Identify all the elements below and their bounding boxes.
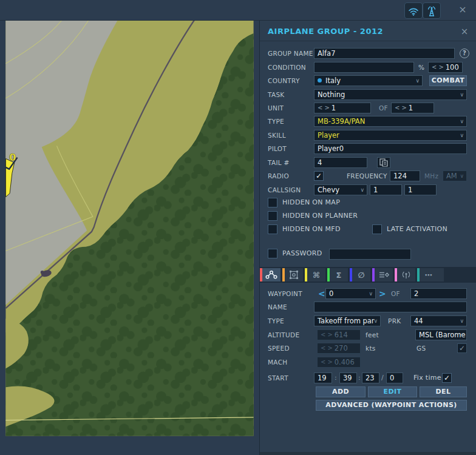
command-icon: ⌘	[307, 268, 325, 281]
start-hours-input[interactable]: 19	[314, 372, 332, 383]
hidden-on-mfd-checkbox[interactable]	[268, 224, 277, 234]
paste-button[interactable]	[377, 157, 390, 168]
group-name-input[interactable]: Alfa7	[314, 48, 455, 59]
hidden-on-planner-checkbox[interactable]	[268, 211, 277, 221]
prk-label: PRK	[388, 315, 401, 326]
help-icon[interactable]: ?	[460, 49, 469, 58]
altitude-value: 614	[335, 330, 348, 340]
callsign-num2-input[interactable]: 1	[404, 184, 437, 195]
waypoint-next-icon[interactable]: >	[379, 288, 386, 299]
unit-of-label: OF	[379, 103, 388, 113]
tab-failures[interactable]: ∅	[350, 268, 370, 281]
modulation-value: AM	[446, 172, 457, 180]
tab-route[interactable]	[260, 268, 280, 281]
mach-value: 0.406	[335, 357, 355, 367]
tail-number-input[interactable]: 4	[314, 157, 367, 168]
spin-left-icon[interactable]: <	[318, 103, 322, 113]
hidden-on-planner-label: HIDDEN ON PLANNER	[282, 211, 358, 221]
altitude-ref-select[interactable]: MSL (Barome ∨	[415, 329, 467, 340]
time-separator: :	[358, 372, 361, 383]
radio-tower-icon	[426, 5, 438, 16]
condition-input[interactable]	[314, 62, 414, 73]
panel-close-icon[interactable]: ×	[459, 26, 470, 37]
payload-icon	[375, 268, 393, 281]
chevron-down-icon: ∨	[460, 130, 464, 140]
spin-left-icon: <	[321, 330, 325, 340]
type-select[interactable]: MB-339A/PAN ∨	[314, 116, 467, 127]
radio-checkbox[interactable]: ✓	[314, 171, 324, 181]
waypoint-select[interactable]: 0 ∨	[325, 288, 376, 299]
tab-actions[interactable]: ⌘	[305, 268, 325, 281]
start-label: START	[268, 372, 288, 383]
add-button[interactable]: ADD	[316, 386, 365, 397]
advanced-waypoint-actions-button[interactable]: ADVANCED (WAYPOINT ACTIONS)	[316, 400, 467, 411]
skill-select[interactable]: Player ∨	[314, 130, 467, 141]
start-day-input[interactable]: 0	[386, 372, 403, 383]
edit-button[interactable]: EDIT	[368, 386, 417, 397]
password-input[interactable]	[329, 249, 411, 260]
gs-checkbox[interactable]: ✓	[457, 343, 467, 353]
percent-label: %	[418, 62, 424, 73]
spin-left-icon[interactable]: <	[395, 103, 399, 113]
tab-sum[interactable]: Σ	[327, 268, 348, 281]
divider	[260, 41, 476, 41]
late-activation-label: LATE ACTIVATION	[387, 224, 447, 234]
unit-total-spinner[interactable]: < > 1	[391, 103, 434, 113]
panel-title: AIRPLANE GROUP - 2012	[268, 27, 383, 36]
sigma-icon: Σ	[330, 268, 348, 281]
radio-tower-button[interactable]	[423, 2, 441, 19]
chevron-down-icon: ∨	[360, 185, 364, 195]
modulation-select[interactable]: AM ∨	[443, 170, 467, 181]
start-seconds-input[interactable]: 23	[362, 372, 379, 383]
route-icon	[262, 268, 280, 281]
tab-more[interactable]: ⋯	[417, 268, 444, 281]
waypoint-label: WAYPOINT	[268, 288, 302, 299]
hidden-on-map-checkbox[interactable]	[268, 198, 277, 207]
hidden-on-mfd-label: HIDDEN ON MFD	[282, 224, 341, 234]
chevron-down-icon: ∨	[460, 330, 464, 340]
del-button[interactable]: DEL	[420, 386, 467, 397]
map-view[interactable]: 0	[0, 20, 259, 455]
top-bar: ×	[0, 0, 476, 21]
frequency-input[interactable]: 124	[390, 170, 420, 181]
combat-button[interactable]: COMBAT	[429, 75, 467, 86]
mach-spinner: < > 0.406	[317, 357, 361, 368]
altitude-label: ALTITUDE	[268, 329, 299, 340]
map-canvas: 0	[0, 20, 259, 455]
wp-type-select[interactable]: Takeoff from par ∨	[314, 315, 381, 326]
marquee-icon	[285, 268, 303, 281]
window-close-icon[interactable]: ×	[457, 3, 469, 16]
password-checkbox[interactable]	[268, 249, 277, 258]
callsign-select[interactable]: Chevy ∨	[314, 184, 367, 195]
prk-select[interactable]: 44 ∨	[410, 315, 467, 326]
spin-right-icon[interactable]: >	[438, 62, 443, 72]
unit-total-value: 1	[409, 103, 413, 113]
chevron-down-icon: ∨	[460, 171, 464, 181]
country-select[interactable]: Italy ∨	[314, 75, 423, 86]
speed-label: SPEED	[268, 343, 290, 354]
wifi-button[interactable]	[404, 2, 423, 19]
spin-left-icon: <	[321, 357, 325, 367]
wp-name-input[interactable]	[314, 302, 467, 312]
pilot-input[interactable]: Player0	[314, 143, 467, 154]
late-activation-checkbox[interactable]	[372, 224, 382, 234]
tab-payload[interactable]	[372, 268, 393, 281]
tab-radio[interactable]	[395, 268, 415, 281]
group-name-label: GROUP NAME	[268, 48, 313, 59]
tab-summary[interactable]	[282, 268, 303, 281]
task-select[interactable]: Nothing ∨	[314, 89, 467, 100]
spin-right-icon[interactable]: >	[401, 103, 406, 113]
chevron-down-icon: ∨	[460, 316, 464, 326]
feet-label: feet	[365, 329, 379, 340]
waypoint-of-label: OF	[391, 288, 400, 299]
start-minutes-input[interactable]: 39	[339, 372, 357, 383]
spin-right-icon[interactable]: >	[324, 103, 329, 113]
condition-spinner[interactable]: < > 100	[428, 62, 463, 73]
spin-left-icon[interactable]: <	[432, 62, 437, 72]
unit-count-spinner[interactable]: < > 1	[314, 103, 371, 113]
country-label: COUNTRY	[268, 75, 300, 86]
callsign-num1-input[interactable]: 1	[370, 184, 402, 195]
fix-time-checkbox[interactable]: ✓	[442, 373, 452, 383]
condition-spin-value: 100	[446, 62, 459, 72]
waypoint-prev-icon[interactable]: <	[318, 288, 325, 299]
